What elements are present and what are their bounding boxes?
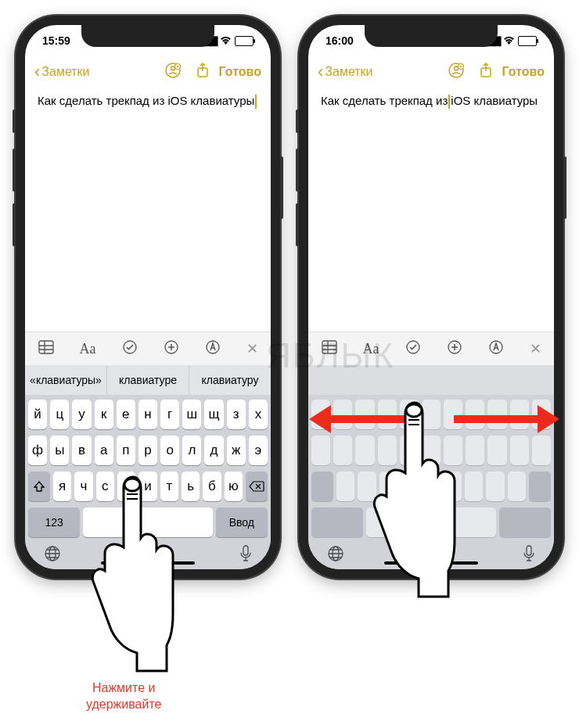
nav-bar: ‹ Заметки Готово	[308, 56, 554, 88]
key[interactable]: в	[72, 436, 91, 465]
key[interactable]: б	[203, 472, 221, 501]
key[interactable]: г	[160, 400, 179, 429]
close-icon[interactable]: ✕	[523, 340, 548, 357]
note-text-before: Как сделать трекпад из	[321, 94, 448, 107]
caption: Нажмите иудерживайте	[86, 680, 161, 713]
suggestion-item[interactable]: «клавиатуры»	[25, 365, 107, 395]
blank-key	[401, 472, 419, 501]
key[interactable]: ш	[182, 400, 201, 429]
share-icon[interactable]	[474, 62, 498, 83]
enter-key[interactable]: Ввод	[216, 507, 268, 537]
space-key[interactable]	[83, 507, 213, 537]
key[interactable]: к	[95, 400, 113, 429]
text-cursor	[448, 95, 450, 109]
key[interactable]: э	[249, 436, 268, 465]
blank-key	[466, 436, 484, 465]
blank-key	[333, 436, 352, 465]
blank-key	[532, 436, 551, 465]
shift-key[interactable]	[28, 472, 50, 501]
key[interactable]: я	[53, 472, 71, 501]
svg-rect-10	[243, 546, 248, 555]
key[interactable]: т	[160, 472, 178, 501]
add-icon[interactable]	[157, 339, 185, 359]
done-button[interactable]: Готово	[502, 65, 545, 79]
key[interactable]: н	[138, 400, 157, 429]
back-button[interactable]: ‹ Заметки	[318, 63, 373, 81]
key[interactable]: ф	[28, 436, 47, 465]
markup-icon[interactable]	[482, 339, 510, 359]
home-indicator[interactable]	[384, 561, 478, 565]
markup-icon[interactable]	[199, 339, 227, 359]
blank-key	[355, 436, 374, 465]
note-body[interactable]: Как сделать трекпад из iOS клавиатуры	[25, 88, 271, 332]
key[interactable]: л	[182, 436, 201, 465]
blank-key	[378, 436, 397, 465]
arrow-right-icon	[538, 405, 559, 433]
key[interactable]: ы	[50, 436, 69, 465]
blank-key	[487, 436, 506, 465]
checklist-icon[interactable]	[116, 339, 144, 359]
note-body[interactable]: Как сделать трекпад изiOS клавиатуры	[308, 88, 554, 332]
blank-key	[366, 507, 496, 537]
key[interactable]: е	[117, 400, 135, 429]
battery-icon	[235, 36, 254, 46]
watermark: ЯБЛЫК	[266, 336, 394, 375]
key[interactable]: й	[28, 400, 47, 429]
blank-key	[465, 472, 483, 501]
key[interactable]: и	[138, 472, 156, 501]
key[interactable]: с	[96, 472, 114, 501]
key[interactable]: д	[204, 436, 223, 465]
key[interactable]: х	[249, 400, 268, 429]
add-icon[interactable]	[441, 339, 469, 359]
svg-point-12	[454, 66, 458, 70]
suggestion-bar: «клавиатуры» клавиатуре клавиатуру	[25, 365, 271, 395]
phone-left: 15:59 ▁▃▅▇ ‹ Заметки Готово Как сделать …	[16, 16, 280, 579]
status-time: 16:00	[325, 34, 354, 47]
note-text-after: iOS клавиатуры	[451, 94, 538, 107]
home-indicator[interactable]	[101, 561, 195, 565]
blank-key	[358, 472, 376, 501]
format-icon[interactable]: Aa	[74, 341, 102, 357]
key[interactable]: р	[138, 436, 157, 465]
numeric-key[interactable]: 123	[28, 507, 80, 537]
suggestion-item[interactable]: клавиатуре	[107, 365, 189, 395]
suggestion-item[interactable]: клавиатуру	[189, 365, 271, 395]
blank-key	[379, 472, 397, 501]
table-icon[interactable]	[32, 340, 60, 358]
mic-icon[interactable]	[239, 545, 252, 566]
mic-icon[interactable]	[523, 545, 535, 566]
key[interactable]: у	[72, 400, 91, 429]
key[interactable]: ч	[74, 472, 92, 501]
key[interactable]: ю	[225, 472, 243, 501]
blank-key	[499, 507, 551, 537]
close-icon[interactable]: ✕	[240, 340, 264, 357]
svg-point-1	[171, 66, 174, 70]
key[interactable]: о	[160, 436, 179, 465]
back-button[interactable]: ‹ Заметки	[34, 63, 90, 81]
blank-key	[444, 436, 462, 465]
share-icon[interactable]	[191, 62, 214, 83]
add-person-icon[interactable]	[443, 62, 469, 83]
back-label: Заметки	[41, 65, 89, 79]
checklist-icon[interactable]	[399, 339, 427, 359]
chevron-left-icon: ‹	[34, 63, 40, 81]
done-button[interactable]: Готово	[219, 65, 261, 79]
key[interactable]: ж	[227, 436, 246, 465]
delete-key[interactable]	[246, 472, 268, 501]
keyboard: й ц у к е н г ш щ з х ф ы в а п	[25, 395, 271, 569]
blank-key	[336, 472, 354, 501]
globe-icon[interactable]	[327, 545, 344, 566]
key[interactable]: з	[227, 400, 246, 429]
status-time: 15:59	[42, 34, 70, 47]
key[interactable]: ц	[50, 400, 69, 429]
svg-rect-21	[527, 546, 531, 555]
key[interactable]: м	[117, 472, 135, 501]
notch	[81, 25, 214, 47]
globe-icon[interactable]	[44, 545, 61, 566]
key[interactable]: а	[95, 436, 113, 465]
key[interactable]: ь	[182, 472, 200, 501]
key[interactable]: щ	[204, 400, 223, 429]
arrow-left-icon	[309, 405, 331, 433]
key[interactable]: п	[117, 436, 135, 465]
add-person-icon[interactable]	[160, 62, 186, 83]
